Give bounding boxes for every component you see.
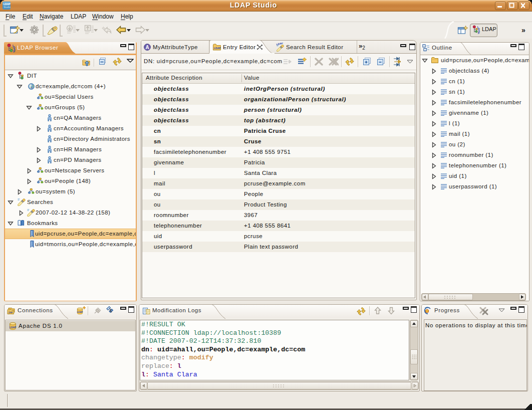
svg-text:P: P — [14, 50, 16, 53]
svg-text:A: A — [146, 45, 149, 50]
svg-text:Studio: Studio — [4, 6, 11, 9]
svg-text:LDAP: LDAP — [214, 47, 221, 50]
